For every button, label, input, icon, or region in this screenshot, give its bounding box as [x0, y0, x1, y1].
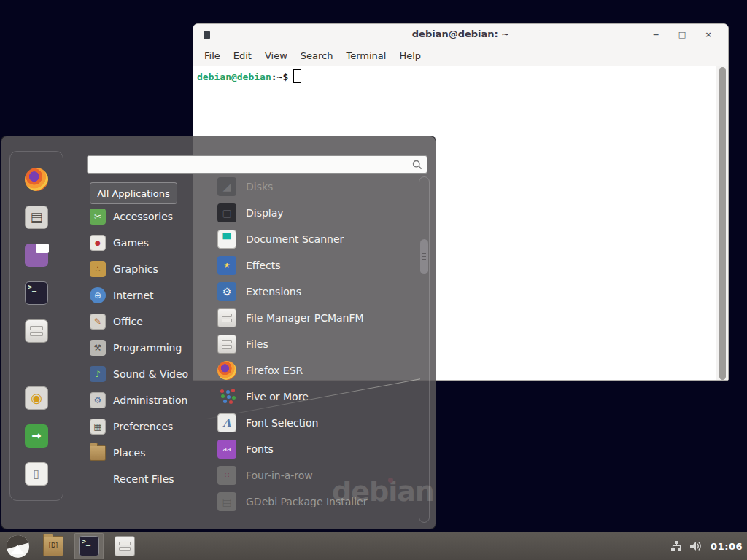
category-label: Sound & Video	[113, 368, 188, 380]
graphics-icon: ∴	[90, 261, 106, 277]
category-label: Preferences	[113, 421, 173, 432]
favorite-screensaver[interactable]: ◉	[25, 386, 48, 410]
menu-scrollbar[interactable]	[419, 176, 430, 523]
app-label: Document Scanner	[246, 233, 344, 245]
favorite-terminal[interactable]: >_	[25, 281, 48, 305]
files-button[interactable]	[110, 533, 139, 559]
category-preferences[interactable]: ▦Preferences	[90, 413, 199, 440]
sound-video-icon: ♪	[90, 366, 106, 382]
games-icon: ●	[90, 235, 106, 251]
terminal-menu-view[interactable]: View	[258, 47, 294, 64]
app-firefox-esr[interactable]: Firefox ESR	[209, 357, 417, 384]
file-manager-button[interactable]: [D]	[39, 533, 68, 559]
category-label: Accessories	[113, 211, 173, 222]
category-graphics[interactable]: ∴Graphics	[90, 256, 199, 282]
terminal-button[interactable]: >_	[74, 533, 104, 559]
file-manager-pcmanfm-icon	[217, 308, 236, 327]
app-gdebi-package-installer[interactable]: ▤GDebi Package Installer	[209, 489, 417, 515]
terminal-menu-help[interactable]: Help	[392, 47, 427, 64]
app-label: Font Selection	[246, 417, 318, 429]
prompt-user: debian@debian	[197, 71, 271, 82]
app-four-in-a-row[interactable]: ∷Four-in-a-row	[209, 462, 417, 489]
terminal-titlebar[interactable]: debian@debian: ~ − □ ×	[193, 24, 728, 46]
terminal-scrollbar[interactable]	[716, 66, 728, 381]
document-scanner-icon: ▀	[217, 230, 236, 249]
category-games[interactable]: ●Games	[90, 230, 199, 256]
taskbar-launchers: [D]>_	[0, 533, 139, 559]
category-programming[interactable]: ⚒Programming	[90, 335, 199, 361]
category-accessories[interactable]: ✂Accessories	[90, 203, 199, 230]
app-effects[interactable]: ★Effects	[209, 252, 417, 279]
terminal-menubar: FileEditViewSearchTerminalHelp	[193, 46, 728, 66]
category-administration[interactable]: ⚙Administration	[90, 387, 199, 413]
app-label: Display	[246, 207, 284, 219]
app-files[interactable]: Files	[209, 331, 417, 357]
four-in-a-row-icon: ∷	[217, 466, 236, 485]
app-five-or-more[interactable]: Five or More	[209, 384, 417, 410]
category-label: Office	[113, 316, 143, 327]
category-label: Programming	[113, 342, 182, 354]
recent-files-icon	[90, 471, 106, 487]
favorite-keyboard[interactable]: ▤	[25, 206, 48, 229]
menu-icon	[7, 535, 29, 558]
favorite-pidgin[interactable]	[25, 244, 48, 267]
category-places[interactable]: Places	[90, 440, 199, 466]
category-label: Graphics	[113, 263, 158, 275]
category-list: ✂Accessories●Games∴Graphics⊕Internet✎Off…	[90, 203, 199, 492]
app-label: GDebi Package Installer	[246, 496, 367, 508]
category-recent-files[interactable]: Recent Files	[90, 466, 199, 492]
category-office[interactable]: ✎Office	[90, 308, 199, 335]
effects-icon: ★	[217, 256, 236, 275]
app-label: Disks	[246, 181, 273, 192]
accessories-icon: ✂	[90, 209, 106, 225]
app-extensions[interactable]: ⚙Extensions	[209, 279, 417, 305]
terminal-menu-edit[interactable]: Edit	[227, 47, 258, 64]
app-file-manager-pcmanfm[interactable]: File Manager PCManFM	[209, 305, 417, 331]
maximize-button[interactable]: □	[677, 30, 687, 40]
app-fonts[interactable]: aaFonts	[209, 436, 417, 462]
terminal-scrollbar-thumb[interactable]	[719, 67, 726, 380]
files-icon	[115, 536, 135, 556]
app-document-scanner[interactable]: ▀Document Scanner	[209, 226, 417, 252]
keyboard-icon: ▤	[25, 206, 48, 229]
app-font-selection[interactable]: AFont Selection	[209, 410, 417, 436]
category-sound-video[interactable]: ♪Sound & Video	[90, 361, 199, 387]
all-applications-button[interactable]: All Applications	[90, 182, 177, 204]
app-label: Fonts	[246, 443, 274, 455]
category-internet[interactable]: ⊕Internet	[90, 282, 199, 308]
disks-icon: ◢	[217, 177, 236, 196]
favorite-shutdown[interactable]: ▯	[25, 462, 48, 486]
close-button[interactable]: ×	[703, 30, 713, 40]
prompt-path: :~$	[271, 71, 288, 82]
menu-button[interactable]	[3, 533, 32, 559]
favorite-file-manager[interactable]	[25, 319, 48, 343]
taskbar-clock[interactable]: 01:06	[711, 541, 743, 552]
category-label: Recent Files	[113, 473, 174, 485]
app-disks[interactable]: ◢Disks	[209, 174, 417, 200]
terminal-cursor	[293, 69, 301, 83]
app-label: Firefox ESR	[246, 365, 303, 376]
favorite-firefox[interactable]	[25, 168, 48, 191]
firefox-esr-icon	[217, 361, 236, 380]
favorite-logout[interactable]: →	[25, 424, 48, 448]
app-label: Files	[246, 338, 268, 350]
category-label: Places	[113, 447, 146, 459]
search-icon	[412, 159, 422, 173]
terminal-menu-terminal[interactable]: Terminal	[339, 47, 392, 64]
terminal-menu-file[interactable]: File	[198, 47, 227, 64]
extensions-icon: ⚙	[217, 282, 236, 301]
volume-icon[interactable]	[689, 540, 703, 552]
search-input[interactable]	[92, 158, 409, 173]
terminal-menu-search[interactable]: Search	[294, 47, 340, 64]
taskbar: [D]>_ 01:06	[0, 532, 747, 560]
terminal-title: debian@debian: ~	[193, 28, 728, 39]
taskbar-tray: 01:06	[670, 540, 747, 552]
minimize-button[interactable]: −	[651, 30, 661, 40]
files-icon	[217, 335, 236, 354]
screensaver-icon: ◉	[25, 386, 48, 410]
all-applications-label: All Applications	[97, 188, 170, 199]
network-icon[interactable]	[670, 540, 682, 552]
app-display[interactable]: ▢Display	[209, 200, 417, 226]
logout-icon: →	[25, 424, 48, 448]
menu-scrollbar-thumb[interactable]	[420, 239, 428, 274]
